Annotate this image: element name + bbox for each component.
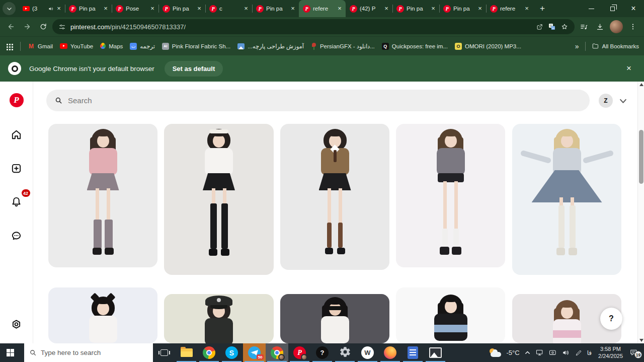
pin-card[interactable] (396, 124, 505, 267)
volume-icon[interactable] (561, 348, 570, 357)
bookmark-item[interactable]: OOMORI (2020) MP3... (455, 43, 521, 50)
taskbar-search-box[interactable] (24, 343, 153, 362)
sidebar-item-settings[interactable] (7, 314, 27, 334)
site-settings-icon[interactable] (58, 23, 66, 31)
pin-card[interactable] (164, 294, 274, 343)
taskbar-app-telegram[interactable]: 50 (243, 343, 266, 362)
taskbar-app-firefox[interactable] (379, 343, 401, 362)
translate-icon[interactable]: Gت (548, 23, 556, 31)
media-controls-icon[interactable] (577, 20, 591, 34)
reload-button[interactable] (36, 20, 50, 34)
back-button[interactable] (4, 20, 18, 34)
taskbar-app-quickposes[interactable]: ? (311, 343, 334, 362)
new-tab-button[interactable]: + (536, 2, 549, 15)
tab-close-icon[interactable]: × (149, 5, 156, 12)
bookmark-item[interactable]: Maps (100, 43, 123, 49)
tab-close-icon[interactable]: × (523, 5, 530, 12)
close-window-button[interactable]: × (623, 0, 644, 17)
menu-kebab-icon[interactable] (626, 20, 640, 34)
display-icon[interactable] (535, 348, 544, 357)
pin-card[interactable] (396, 287, 505, 343)
weather-icon[interactable] (489, 347, 502, 358)
downloads-icon[interactable] (593, 20, 607, 34)
bookmark-item[interactable]: MGmail (28, 43, 53, 50)
browser-tab[interactable]: PPose× (112, 0, 158, 17)
browser-tab-active[interactable]: Prefere× (299, 0, 346, 17)
tray-chevron-up-icon[interactable] (524, 349, 531, 356)
taskbar-app-skype[interactable]: S (220, 343, 243, 362)
bookmark-item[interactable]: PersianGFX - دانلود... (311, 43, 375, 50)
minimize-button[interactable] (581, 0, 602, 17)
browser-tab[interactable]: PPin pa× (158, 0, 205, 17)
bookmark-star-icon[interactable] (560, 23, 569, 31)
tab-close-icon[interactable]: × (102, 5, 109, 12)
taskbar-app-wattpad[interactable]: W (356, 343, 379, 362)
tab-close-icon[interactable]: × (430, 5, 437, 12)
language-indicator[interactable]: فا (587, 349, 592, 356)
set-as-default-button[interactable]: Set as default (165, 61, 223, 77)
address-bar[interactable]: pinterest.com/pin/42150946507813337/ Gت (52, 19, 575, 34)
notification-center-button[interactable]: 19 (629, 348, 640, 357)
pin-card[interactable] (48, 124, 157, 267)
pin-card[interactable] (48, 287, 157, 343)
tab-close-icon[interactable]: × (336, 5, 343, 12)
temperature-label[interactable]: -5°C (507, 349, 520, 356)
share-icon[interactable] (536, 23, 543, 31)
sidebar-item-notifications[interactable]: 42 (7, 191, 27, 211)
start-button[interactable] (0, 343, 24, 362)
sidebar-item-create[interactable] (7, 158, 27, 178)
restore-button[interactable] (602, 0, 623, 17)
profile-avatar-z[interactable]: Z (599, 94, 613, 108)
touchpad-icon[interactable] (548, 348, 557, 357)
bookmark-item[interactable]: YouTube (60, 43, 93, 49)
profile-menu-chevron[interactable] (617, 95, 629, 107)
taskbar-app-chrome[interactable] (198, 343, 220, 362)
scroll-down-arrow[interactable] (639, 339, 643, 342)
browser-tab[interactable]: PPin pa× (392, 0, 439, 17)
browser-tab[interactable]: P(42) P× (346, 0, 392, 17)
search-input[interactable] (68, 96, 582, 105)
pinterest-logo[interactable]: P (7, 90, 27, 110)
tab-close-icon[interactable]: × (383, 5, 390, 12)
sidebar-item-messages[interactable] (7, 226, 27, 246)
tab-close-icon[interactable]: × (196, 5, 203, 12)
clock[interactable]: 3:58 PM 2/24/2025 (596, 346, 625, 359)
taskbar-search-input[interactable] (41, 349, 148, 356)
browser-tab[interactable]: Prefere× (486, 0, 533, 17)
help-button[interactable]: ? (600, 308, 622, 330)
scrollbar[interactable] (637, 82, 644, 343)
apps-grid-icon[interactable] (7, 44, 8, 45)
pinterest-search-bar[interactable] (46, 90, 590, 111)
browser-tab[interactable]: PPin pa× (439, 0, 486, 17)
bookmark-item[interactable]: تترجمه (130, 43, 154, 50)
pen-icon[interactable] (575, 349, 583, 357)
tab-close-icon[interactable]: × (476, 5, 484, 12)
taskbar-app-file-explorer[interactable] (175, 343, 198, 362)
pin-card[interactable] (280, 124, 389, 270)
browser-tab[interactable]: PPin pa× (252, 0, 299, 17)
tab-close-icon[interactable]: × (55, 5, 62, 12)
scrollbar-thumb[interactable] (639, 130, 643, 184)
profile-avatar[interactable] (610, 20, 623, 33)
pin-card[interactable] (512, 124, 621, 275)
taskbar-app-document[interactable] (401, 343, 424, 362)
banner-close-icon[interactable]: × (622, 63, 636, 74)
taskbar-app-photos[interactable] (424, 343, 447, 362)
taskbar-app-pinterest-app[interactable]: P (288, 343, 311, 362)
sidebar-item-home[interactable] (7, 124, 27, 144)
pin-card[interactable] (164, 124, 274, 275)
taskbar-app-settings[interactable] (334, 343, 356, 362)
forward-button[interactable] (20, 20, 34, 34)
browser-tab[interactable]: PPin pa× (65, 0, 112, 17)
bookmark-item[interactable]: آموزش طراحی پارچه... (237, 43, 304, 50)
browser-tab[interactable]: (3× (18, 0, 65, 17)
bookmarks-overflow-chevron[interactable]: » (575, 42, 579, 50)
all-bookmarks-button[interactable]: All Bookmarks (592, 42, 639, 50)
browser-tab[interactable]: Pc× (205, 0, 252, 17)
pin-card[interactable] (280, 294, 389, 343)
bookmark-item[interactable]: AIPink Floral Fabric Sh... (162, 43, 230, 50)
tab-close-icon[interactable]: × (289, 5, 296, 12)
taskbar-app-chrome-profile[interactable] (266, 343, 288, 362)
task-view-button[interactable] (153, 343, 175, 362)
scroll-up-arrow[interactable] (639, 83, 643, 86)
